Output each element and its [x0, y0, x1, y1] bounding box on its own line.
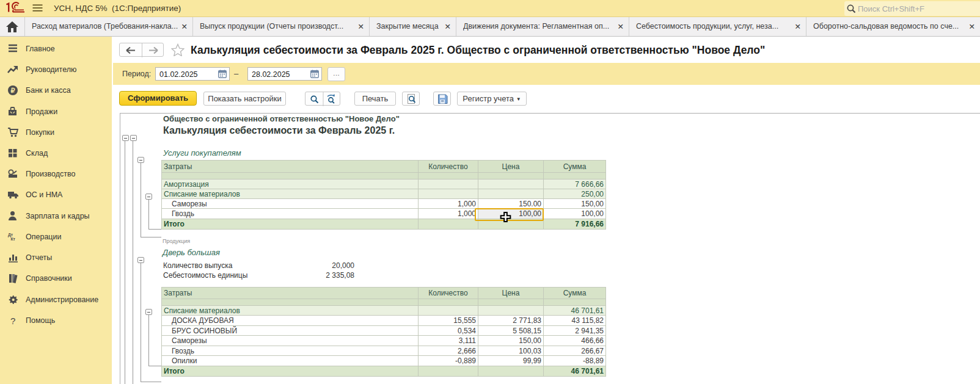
- svg-text:?: ?: [10, 316, 15, 326]
- svg-text:₽: ₽: [11, 87, 15, 94]
- svg-text:Кт: Кт: [10, 237, 15, 241]
